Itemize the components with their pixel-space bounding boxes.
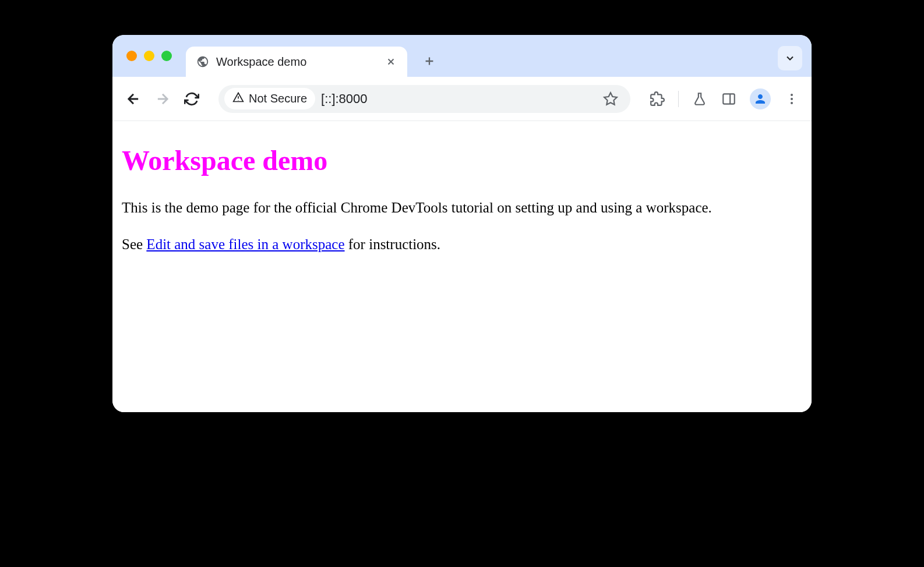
forward-button[interactable]	[153, 90, 172, 108]
bookmark-button[interactable]	[601, 90, 620, 108]
instructions-prefix: See	[122, 236, 146, 252]
browser-toolbar: Not Secure [::]:8000	[112, 77, 812, 121]
browser-tab[interactable]: Workspace demo	[186, 47, 407, 77]
window-controls	[126, 51, 172, 61]
url-text: [::]:8000	[321, 91, 595, 107]
instructions-suffix: for instructions.	[345, 236, 441, 252]
page-heading: Workspace demo	[122, 144, 802, 176]
page-content: Workspace demo This is the demo page for…	[112, 121, 812, 412]
security-label: Not Secure	[249, 92, 307, 105]
browser-window: Workspace demo Not Secure	[112, 35, 812, 412]
address-bar[interactable]: Not Secure [::]:8000	[218, 85, 630, 113]
minimize-window-button[interactable]	[144, 51, 154, 61]
labs-button[interactable]	[692, 91, 708, 107]
tab-strip: Workspace demo	[112, 35, 812, 77]
close-tab-button[interactable]	[385, 56, 397, 68]
back-button[interactable]	[124, 90, 143, 108]
toolbar-actions	[649, 88, 800, 109]
reload-button[interactable]	[182, 90, 201, 108]
tutorial-link[interactable]: Edit and save files in a workspace	[146, 236, 344, 252]
side-panel-button[interactable]	[721, 91, 737, 107]
tab-search-button[interactable]	[778, 46, 802, 70]
globe-icon	[196, 55, 209, 68]
svg-point-3	[791, 102, 793, 104]
svg-point-2	[791, 98, 793, 100]
tab-title: Workspace demo	[216, 55, 378, 69]
svg-rect-0	[723, 94, 735, 104]
menu-button[interactable]	[784, 91, 800, 107]
warning-icon	[232, 91, 244, 106]
profile-button[interactable]	[750, 88, 771, 109]
new-tab-button[interactable]	[419, 51, 440, 72]
close-window-button[interactable]	[126, 51, 137, 61]
security-chip[interactable]: Not Secure	[224, 88, 315, 109]
maximize-window-button[interactable]	[161, 51, 172, 61]
extensions-button[interactable]	[649, 91, 665, 107]
page-instructions: See Edit and save files in a workspace f…	[122, 234, 802, 254]
page-description: This is the demo page for the official C…	[122, 197, 802, 218]
svg-point-1	[791, 94, 793, 96]
toolbar-divider	[678, 91, 679, 107]
